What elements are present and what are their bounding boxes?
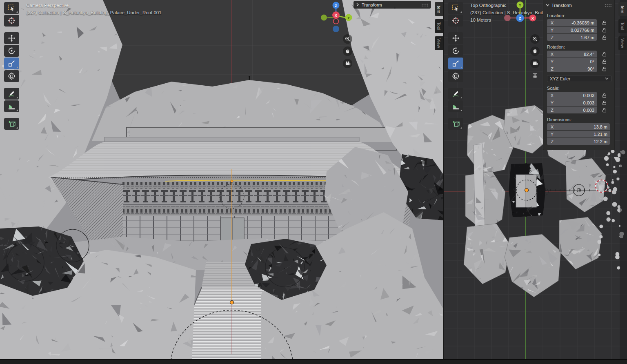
location-z-field[interactable]: Z1.67 m — [547, 34, 597, 41]
tool-measure-button-right[interactable] — [448, 100, 463, 112]
tool-scale-button-right[interactable] — [448, 58, 463, 69]
location-label: Location: — [547, 13, 614, 18]
status-bar — [0, 359, 627, 364]
dimensions-z-field[interactable]: Z12.2 m — [547, 138, 610, 145]
scale-y-field[interactable]: Y0.003 — [547, 99, 597, 106]
scale-x-lock-button[interactable] — [602, 93, 607, 98]
scale-z-field[interactable]: Z0.003 — [547, 107, 597, 113]
axis-label: X — [547, 124, 557, 129]
nav-grid-button[interactable] — [530, 71, 540, 80]
scale-x-field[interactable]: X0.003 — [547, 92, 597, 99]
nav-buttons-right — [530, 34, 540, 80]
dimensions-y-field[interactable]: Y1.21 m — [547, 131, 610, 138]
unlock-icon — [602, 35, 607, 40]
gizmo-x-label: X — [335, 13, 338, 18]
panel-grip-handle[interactable] — [605, 4, 612, 7]
panel-grip-handle[interactable] — [421, 3, 429, 7]
tool-select-box-button-right[interactable] — [448, 2, 463, 14]
axis-label: Y — [547, 28, 557, 33]
tool-scale-button-left[interactable] — [4, 58, 19, 69]
tool-transform-button-right[interactable] — [448, 70, 463, 82]
rotation-z-lock-button[interactable] — [602, 67, 607, 71]
tab-tool[interactable]: Tool — [435, 19, 443, 33]
orientation-gizmo-left[interactable]: Z X Y — [321, 0, 353, 34]
dimensions-x-field[interactable]: X13.8 m — [547, 123, 610, 130]
scale-z-lock-button[interactable] — [602, 108, 607, 113]
location-x-field[interactable]: X-0.36039 m — [547, 19, 597, 26]
tool-cursor-button-left[interactable] — [4, 15, 19, 27]
tool-select-box-button-left[interactable] — [4, 2, 19, 14]
nav-zoom-button[interactable] — [530, 34, 540, 44]
tab-view[interactable]: View — [435, 36, 443, 50]
gizmo-y-label: Y — [347, 16, 350, 20]
chevron-down-icon — [605, 77, 609, 80]
tool-add-cube-button-right[interactable] — [448, 118, 463, 130]
measure-icon — [452, 102, 460, 110]
tool-transform-button-left[interactable] — [4, 70, 19, 82]
rotation-mode-select[interactable]: XYZ Euler — [547, 75, 611, 82]
location-y-field[interactable]: Y0.027766 m — [547, 27, 597, 33]
transform-icon — [8, 72, 16, 80]
nav-camera-button[interactable] — [530, 59, 540, 68]
gizmo-neg-y-axis[interactable] — [321, 15, 327, 21]
unlock-icon — [602, 93, 607, 98]
rotation-x-lock-button[interactable] — [602, 52, 607, 57]
select-icon — [452, 4, 460, 12]
viewport-canvas-left[interactable] — [0, 0, 443, 359]
location-x-lock-button[interactable] — [602, 20, 607, 25]
camera-icon — [532, 60, 538, 67]
gizmo-neg-x-axis[interactable] — [504, 15, 511, 21]
tool-add-cube-button-left[interactable] — [4, 118, 19, 130]
rotation-x-field[interactable]: X82.4° — [547, 51, 597, 58]
axis-label: X — [547, 93, 557, 98]
location-y-lock-button[interactable] — [602, 28, 607, 33]
transform-panel-header[interactable]: Transform — [543, 0, 614, 9]
rotation-y-lock-button[interactable] — [602, 59, 607, 64]
cursor-icon — [452, 17, 460, 24]
tool-cursor-button-right[interactable] — [448, 15, 463, 27]
tab-view[interactable]: View — [618, 36, 627, 50]
sidebar-tabs-right: ItemToolView — [618, 2, 627, 50]
value: 0.027766 m — [557, 28, 597, 33]
zoom-icon — [532, 36, 538, 42]
tool-move-button-left[interactable] — [4, 32, 19, 44]
tab-item[interactable]: Item — [618, 2, 627, 16]
camera-icon — [345, 60, 351, 67]
nav-pan-button[interactable] — [343, 47, 352, 56]
zoom-icon — [345, 36, 351, 42]
tool-rotate-button-left[interactable] — [4, 45, 19, 57]
nav-pan-button[interactable] — [530, 47, 540, 56]
gizmo-z-label: Z — [335, 3, 337, 8]
tool-rotate-button-right[interactable] — [448, 45, 463, 57]
viewport-top-orthographic: Top Orthographic (237) Collection | S_He… — [444, 0, 627, 359]
scale-y-lock-button[interactable] — [602, 100, 607, 105]
axis-label: Y — [547, 100, 557, 105]
gizmo-neg-x-axis[interactable] — [334, 19, 339, 24]
gizmo-y-label: Y — [519, 3, 522, 7]
value: 0.003 — [557, 108, 597, 113]
tool-annotate-button-right[interactable] — [448, 88, 463, 100]
axis-label: Z — [547, 108, 557, 113]
addcube-icon — [452, 120, 460, 128]
rotation-z-field[interactable]: Z90° — [547, 65, 597, 72]
axis-label: Z — [547, 67, 557, 71]
scale-icon — [452, 60, 460, 67]
rotate-icon — [8, 47, 16, 55]
nav-zoom-button[interactable] — [343, 34, 352, 44]
location-z-lock-button[interactable] — [602, 35, 607, 40]
tab-tool[interactable]: Tool — [618, 19, 627, 33]
tab-item[interactable]: Item — [435, 2, 443, 16]
unlock-icon — [602, 59, 607, 64]
axis-label: Y — [547, 132, 557, 137]
orientation-gizmo-right[interactable]: Y Z X — [504, 0, 537, 34]
sidebar-collapsed-header[interactable]: Transform — [354, 1, 431, 9]
rotate-icon — [452, 47, 460, 55]
tool-measure-button-left[interactable] — [4, 100, 19, 112]
nav-camera-button[interactable] — [343, 59, 352, 68]
rotation-y-field[interactable]: Y0° — [547, 58, 597, 65]
axis-label: Y — [547, 59, 557, 64]
addcube-icon — [8, 120, 16, 128]
tool-move-button-right[interactable] — [448, 32, 463, 44]
tool-annotate-button-left[interactable] — [4, 88, 19, 100]
gizmo-neg-z-axis[interactable] — [333, 26, 339, 32]
